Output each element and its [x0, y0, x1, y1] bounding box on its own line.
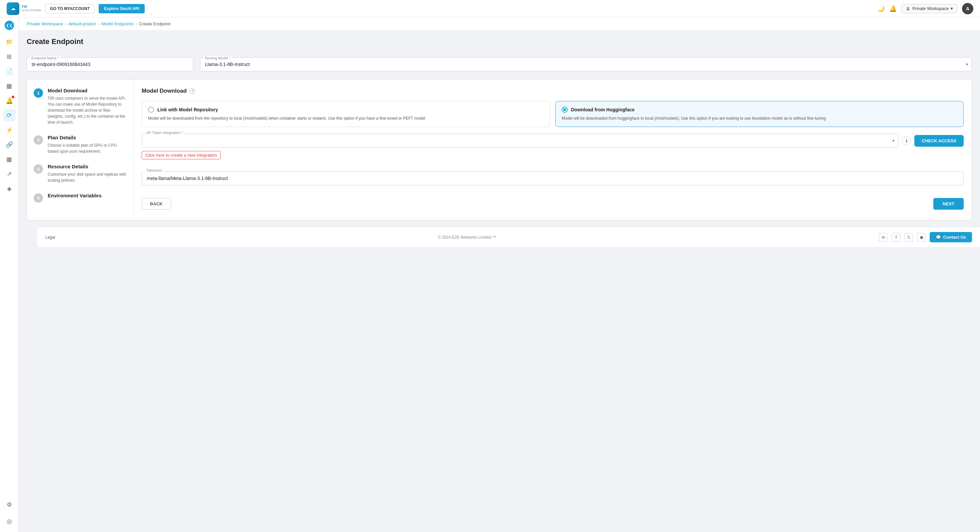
check-access-button[interactable]: CHECK ACCESS [914, 135, 964, 147]
notifications-button[interactable]: 🔔 [889, 5, 897, 12]
contact-label: Contact Us [943, 235, 966, 240]
twitter-icon[interactable]: 𝕏 [904, 233, 913, 242]
step-4-title: Environment Variables [48, 193, 102, 198]
sidebar-item-files[interactable]: 📁 [3, 36, 16, 48]
step-3-desc: Customize your disk space and replicas w… [48, 171, 127, 183]
step-2-number: 2 [33, 135, 43, 145]
contact-us-button[interactable]: 💬 Contact Us [930, 232, 972, 242]
network-icon: 🔗 [6, 141, 13, 148]
go-to-myaccount-button[interactable]: GO TO MYACCOUNT [45, 4, 95, 13]
back-button[interactable]: BACK [142, 198, 171, 210]
logo-text: TIR [21, 5, 41, 9]
serving-model-select[interactable]: Llama-3.1-8B-Instruct [200, 57, 972, 71]
main-panel: Model Download ? Link with Model Reposit… [134, 80, 972, 220]
radio-link-header: Link with Model Repository [148, 107, 544, 113]
sidebar-item-notifications[interactable]: 🔔 [3, 94, 16, 107]
step-3-content: Resource Details Customize your disk spa… [48, 164, 127, 183]
dark-mode-toggle[interactable]: 🌙 [877, 5, 885, 12]
step-2-desc: Choose a suitable plan of GPU or CPU bas… [48, 142, 127, 155]
user-avatar[interactable]: A [962, 3, 973, 14]
sidebar-item-endpoints[interactable]: ⟳ [3, 109, 16, 122]
radio-circle-hf [562, 107, 568, 113]
explore-genai-button[interactable]: Explore GenAI API [99, 4, 145, 13]
radio-link-model-repo[interactable]: Link with Model Repository Model will be… [142, 101, 550, 127]
navbar-right: 🌙 🔔 🖥 Private Workspace ▾ A [877, 3, 973, 14]
hf-token-select[interactable] [142, 134, 898, 148]
footer-copyright: © 2024 E2E Networks Limited ™ [438, 235, 497, 240]
radio-dot-hf [563, 108, 566, 111]
deploy-icon: ↗ [7, 170, 12, 178]
step-1-desc: TIR uses containers to serve the model A… [48, 96, 127, 125]
steps-sidebar: 1 Model Download TIR uses containers to … [27, 80, 134, 220]
lightning-icon: ⚡ [6, 126, 13, 134]
workspace-icon: 🖥 [906, 6, 910, 11]
footer-left: Legal [45, 235, 55, 240]
breadcrumb-sep-1: › [65, 21, 66, 26]
endpoint-name-group: Endpoint Name * [27, 53, 193, 71]
section-title: Model Download ? [142, 88, 964, 94]
legal-link[interactable]: Legal [45, 235, 55, 240]
facebook-icon[interactable]: f [892, 233, 900, 242]
tokenizer-input[interactable] [142, 171, 964, 185]
workspace-dropdown-icon: ▾ [951, 6, 953, 11]
sidebar: ❮❮ 📁 ⊞ 📄 ▦ 🔔 ⟳ ⚡ 🔗 ▦ ↗ [0, 18, 19, 532]
step-1-number: 1 [33, 88, 43, 98]
radio-download-hf[interactable]: Download from Huggingface Model will be … [555, 101, 964, 127]
dashboard-icon: ⊞ [7, 53, 12, 61]
sidebar-item-network[interactable]: 🔗 [3, 139, 16, 151]
next-button[interactable]: NEXT [933, 198, 964, 210]
notification-badge [12, 96, 14, 98]
tokenizer-label: Tokenizer [145, 168, 163, 172]
footer: Legal © 2024 E2E Networks Limited ™ in f… [37, 227, 980, 247]
radio-options-row: Link with Model Repository Model will be… [142, 101, 964, 127]
serving-model-wrapper: Llama-3.1-8B-Instruct ▾ [200, 57, 972, 71]
create-integration-link[interactable]: Click here to create a new integration [142, 151, 221, 159]
step-2-content: Plan Details Choose a suitable plan of G… [48, 135, 127, 155]
rss-icon[interactable]: ◉ [917, 233, 926, 242]
sidebar-item-dashboard[interactable]: ⊞ [3, 50, 16, 63]
radio-link-title: Link with Model Repository [158, 107, 218, 112]
sidebar-item-models[interactable]: ▦ [3, 153, 16, 166]
workspace-selector[interactable]: 🖥 Private Workspace ▾ [901, 4, 957, 13]
sidebar-toggle[interactable]: ❮❮ [5, 21, 14, 30]
sidebar-item-functions[interactable]: ⚡ [3, 124, 16, 136]
sidebar-item-grid[interactable]: ▦ [3, 80, 16, 92]
serving-model-label: Serving Model * [203, 56, 232, 60]
bottom-bar: BACK NEXT [142, 192, 964, 211]
refresh-icon: ⟳ [7, 111, 12, 119]
hf-token-row: HF Token Integration * ▾ ℹ CHECK ACCESS [142, 134, 964, 148]
radio-hf-header: Download from Huggingface [562, 107, 957, 113]
help-icon[interactable]: ? [189, 88, 195, 94]
breadcrumb-sep-3: › [136, 21, 137, 26]
step-2-title: Plan Details [48, 135, 127, 140]
breadcrumb-current: Create Endpoint [139, 21, 170, 26]
step-1: 1 Model Download TIR uses containers to … [33, 88, 127, 125]
contact-chat-icon: 💬 [935, 235, 941, 240]
serving-model-group: Serving Model * Llama-3.1-8B-Instruct ▾ [200, 53, 972, 71]
radio-circle-link [148, 107, 154, 113]
page-title: Create Endpoint [27, 37, 972, 46]
linkedin-icon[interactable]: in [879, 233, 888, 242]
step-2: 2 Plan Details Choose a suitable plan of… [33, 135, 127, 155]
step-3: 3 Resource Details Customize your disk s… [33, 164, 127, 183]
sidebar-item-integrations[interactable]: ◈ [3, 182, 16, 195]
sidebar-item-deploy[interactable]: ↗ [3, 168, 16, 180]
sidebar-item-settings[interactable]: ⚙ [3, 499, 16, 511]
hf-token-label: HF Token Integration * [145, 131, 184, 135]
sidebar-item-support[interactable]: ◎ [3, 515, 16, 528]
breadcrumb-endpoints[interactable]: Model Endpoints [101, 21, 134, 26]
radio-link-desc: Model will be downloaded from the reposi… [148, 115, 544, 121]
breadcrumb-sep-2: › [98, 21, 99, 26]
app-body: ❮❮ 📁 ⊞ 📄 ▦ 🔔 ⟳ ⚡ 🔗 ▦ ↗ [0, 18, 980, 247]
workspace-label: Private Workspace [912, 6, 949, 11]
breadcrumb-project[interactable]: default-project [68, 21, 95, 26]
sidebar-item-documents[interactable]: 📄 [3, 65, 16, 78]
support-icon: ◎ [7, 518, 12, 525]
models-icon: ▦ [6, 156, 12, 163]
settings-icon: ⚙ [7, 501, 12, 508]
sidebar-bottom: ⚙ ◎ [3, 497, 16, 529]
info-icon[interactable]: ℹ [902, 136, 911, 145]
breadcrumb-workspace[interactable]: Private Workspace [27, 21, 63, 26]
step-4: 4 Environment Variables [33, 193, 127, 203]
integrations-icon: ◈ [7, 185, 12, 192]
